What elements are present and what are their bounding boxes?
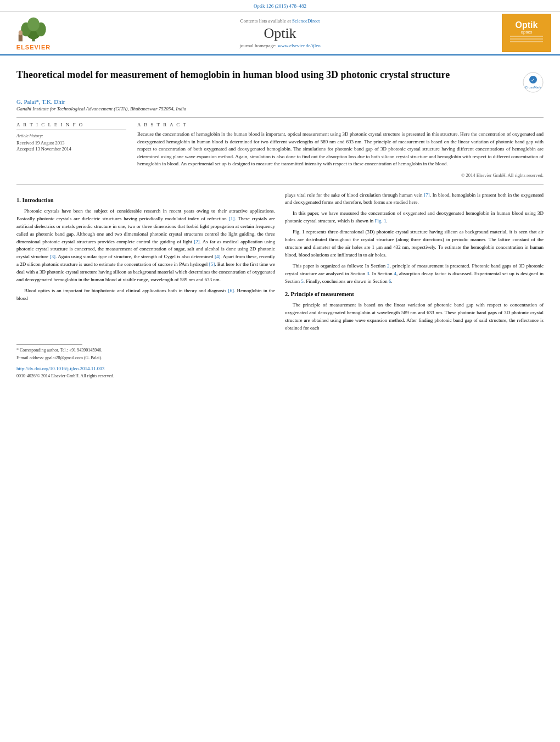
- header-center: Contents lists available at ScienceDirec…: [58, 18, 502, 48]
- sec4-ref: 4: [394, 271, 397, 276]
- elsevier-logo: ELSEVIER: [9, 15, 58, 51]
- svg-rect-5: [19, 35, 23, 42]
- abstract-text: Because the concentration of hemoglobin …: [137, 131, 544, 168]
- footnote-area: * Corresponding author. Tel.: +91 943901…: [16, 306, 275, 362]
- svg-text:✓: ✓: [531, 77, 535, 83]
- article-history-label: Article history:: [16, 133, 126, 138]
- fig1-ref: Fig. 1: [374, 218, 386, 224]
- ref2: [2]: [194, 239, 200, 244]
- elsevier-label: ELSEVIER: [16, 44, 51, 51]
- section2-heading: 2. Principle of measurement: [285, 290, 544, 299]
- header-bar: ELSEVIER Contents lists available at Sci…: [0, 12, 560, 55]
- article-info-column: A R T I C L E I N F O Article history: R…: [16, 122, 126, 178]
- article-info-divider: [16, 130, 126, 130]
- optik-logo-decoration: [507, 35, 546, 46]
- crossmark-icon: ✓ CrossMark: [523, 72, 544, 93]
- corresponding-author-note: * Corresponding author. Tel.: +91 943901…: [16, 347, 275, 354]
- svg-text:CrossMark: CrossMark: [525, 86, 541, 89]
- sec5-ref: 5: [301, 278, 304, 284]
- sciencedirect-link[interactable]: ScienceDirect: [292, 18, 320, 24]
- svg-rect-9: [510, 41, 543, 42]
- ref3: [3]: [50, 254, 56, 259]
- sec3-ref: 3: [367, 271, 369, 276]
- ref6: [6]: [228, 288, 234, 293]
- article-info-abstract-section: A R T I C L E I N F O Article history: R…: [16, 117, 544, 178]
- journal-homepage-link[interactable]: www.elsevier.de/ijleo: [278, 43, 321, 48]
- section1-col2-para4: This paper is organized as follows: In S…: [285, 263, 544, 286]
- body-divider: [16, 185, 544, 185]
- issn-line: 0030-4026/© 2014 Elsevier GmbH. All righ…: [16, 373, 275, 380]
- ref1: [1]: [229, 216, 235, 221]
- abstract-column: A B S T R A C T Because the concentratio…: [137, 122, 544, 178]
- crossmark-badge: ✓ CrossMark: [523, 72, 544, 94]
- footnote-divider: [16, 344, 82, 345]
- section1-col2-para2: In this paper, we have measured the conc…: [285, 210, 544, 225]
- svg-rect-8: [510, 38, 543, 40]
- journal-name: Optik: [58, 25, 502, 42]
- section1-col2-para3: Fig. 1 represents three-dimensional (3D)…: [285, 228, 544, 259]
- article-affiliation: Gandhi Institute for Technological Advan…: [16, 106, 544, 111]
- sec6-ref: 6: [389, 278, 391, 284]
- section1-col2-para1: plays vital role for the sake of blood c…: [285, 192, 544, 207]
- optik-logo-label: Optik: [516, 21, 538, 30]
- doi-link[interactable]: http://dx.doi.org/10.1016/j.ijleo.2014.1…: [16, 366, 104, 371]
- fig1-ref2: Fig. 1: [293, 229, 305, 235]
- accepted-date: Accepted 13 November 2014: [16, 146, 126, 152]
- article-title-section: Theoretical model for measurement of hem…: [16, 69, 544, 94]
- svg-point-6: [19, 30, 23, 35]
- sciencedirect-line: Contents lists available at ScienceDirec…: [58, 18, 502, 24]
- body-column-left: 1. Introduction Photonic crystals have b…: [16, 192, 275, 381]
- journal-reference: Optik 126 (2015) 478–482: [254, 3, 306, 9]
- optik-logo-box: Optik optics: [502, 14, 551, 52]
- abstract-heading: A B S T R A C T: [137, 122, 544, 127]
- section1-heading: 1. Introduction: [16, 196, 275, 205]
- section2-col2-para1: The principle of measurement is based on…: [285, 302, 544, 332]
- article-title: Theoretical model for measurement of hem…: [16, 69, 523, 81]
- ref7: [7]: [424, 192, 430, 198]
- copyright-line: © 2014 Elsevier GmbH. All rights reserve…: [137, 172, 544, 178]
- sec2-ref: 2: [387, 263, 390, 269]
- ref4: [4]: [215, 254, 221, 259]
- ref5: [5]: [209, 261, 215, 267]
- email-note: E-mail address: gpalai28@gmail.com (G. P…: [16, 355, 275, 361]
- journal-homepage: journal homepage: www.elsevier.de/ijleo: [58, 43, 502, 48]
- received-date: Received 19 August 2013: [16, 140, 126, 146]
- section1-para1: Photonic crystals have been the subject …: [16, 208, 275, 284]
- svg-rect-7: [510, 36, 543, 37]
- body-section: 1. Introduction Photonic crystals have b…: [16, 192, 544, 381]
- main-content: Theoretical model for measurement of hem…: [0, 55, 560, 386]
- article-info-heading: A R T I C L E I N F O: [16, 122, 126, 127]
- elsevier-tree-icon: [14, 15, 53, 43]
- article-authors: G. Palai*, T.K. Dhir: [16, 98, 544, 105]
- optik-logo-subtext: optics: [521, 30, 533, 35]
- body-column-right: plays vital role for the sake of blood c…: [285, 192, 544, 381]
- page-header: Optik 126 (2015) 478–482: [0, 0, 560, 12]
- section1-para2: Blood optics is an important for biophot…: [16, 287, 275, 303]
- svg-point-4: [27, 18, 40, 31]
- doi-line: http://dx.doi.org/10.1016/j.ijleo.2014.1…: [16, 365, 275, 373]
